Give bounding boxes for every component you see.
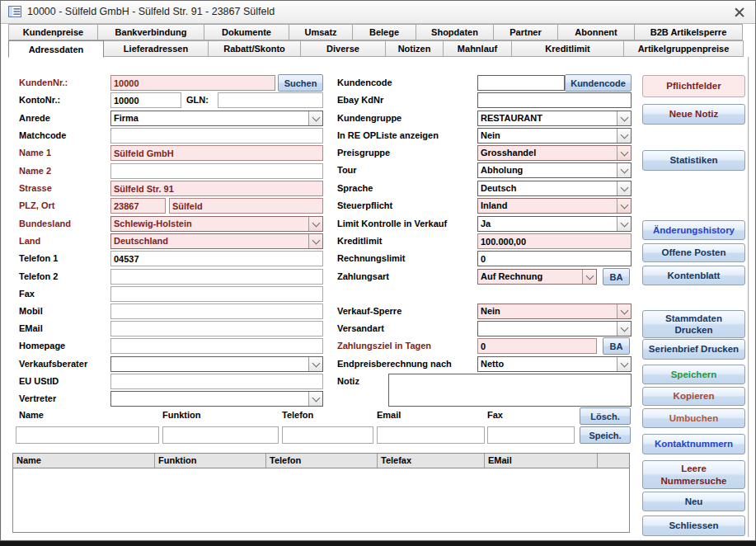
field-kontonr[interactable]	[110, 92, 181, 108]
tab-dokumente[interactable]: Dokumente	[204, 24, 289, 40]
combo-vertreter[interactable]	[110, 391, 323, 407]
tab-kreditlimit[interactable]: Kreditlimit	[511, 40, 624, 57]
combo-verkauf-sperre-value: Nein	[478, 304, 617, 318]
contact-label-fax: Fax	[487, 407, 503, 423]
kontaktnummern-button[interactable]: Kontaktnummern	[642, 434, 745, 454]
chevron-down-icon	[617, 111, 631, 125]
tab-partner[interactable]: Partner	[493, 24, 558, 40]
field-telefon1[interactable]	[110, 251, 323, 266]
statistiken-button[interactable]: Statistiken	[642, 150, 745, 171]
combo-limit-kontrolle[interactable]: Ja	[477, 216, 632, 232]
field-strasse[interactable]	[110, 181, 323, 196]
schliessen-button[interactable]: Schliessen	[642, 515, 745, 536]
combo-sprache[interactable]: Deutsch	[477, 181, 632, 196]
tab-adressdaten[interactable]: Adressdaten	[8, 40, 104, 58]
contact-input-fax[interactable]	[487, 426, 575, 444]
contacts-table-header-funktion[interactable]: Funktion	[155, 454, 266, 468]
combo-verkauf-sperre[interactable]: Nein	[477, 304, 632, 319]
contact-input-telefon[interactable]	[282, 426, 373, 444]
contact-label-telefon: Telefon	[282, 407, 313, 423]
ba-button-zahlungsart[interactable]: BA	[603, 268, 630, 285]
contacts-table-header-name[interactable]: Name	[13, 454, 155, 468]
combo-steuerpflicht[interactable]: Inland	[477, 198, 632, 214]
speich-button[interactable]: Speich.	[580, 426, 631, 444]
field-ort[interactable]	[169, 198, 323, 214]
contact-input-funktion[interactable]	[162, 426, 279, 444]
field-matchcode[interactable]	[110, 128, 323, 144]
neue-notiz-button[interactable]: Neue Notiz	[642, 104, 745, 125]
combo-in-re-opliste[interactable]: Nein	[477, 128, 632, 144]
field-ebay-kdnr[interactable]	[477, 92, 632, 108]
field-email[interactable]	[110, 321, 323, 337]
contact-input-email[interactable]	[377, 426, 485, 444]
field-kundencode[interactable]	[477, 75, 565, 91]
field-zahlungsziel[interactable]	[477, 338, 597, 354]
loesch-button[interactable]: Lösch.	[580, 407, 631, 425]
tab-shopdaten[interactable]: Shopdaten	[416, 24, 494, 40]
tab-notizen[interactable]: Notizen	[385, 40, 444, 57]
label-anrede: Anrede	[19, 111, 50, 126]
tab-diverse[interactable]: Diverse	[300, 40, 386, 57]
tab-bankverbindung[interactable]: Bankverbindung	[97, 24, 204, 40]
combo-land[interactable]: Deutschland	[110, 233, 323, 249]
contacts-table-header-telefax[interactable]: Telefax	[378, 454, 485, 468]
tab-abonnent[interactable]: Abonnent	[557, 24, 635, 40]
field-eu-ustid[interactable]	[110, 374, 323, 389]
combo-verkaufsberater[interactable]	[110, 356, 323, 372]
kopieren-button[interactable]: Kopieren	[642, 387, 745, 406]
field-fax[interactable]	[110, 286, 323, 302]
field-kundennr[interactable]	[110, 75, 275, 91]
field-name1[interactable]	[110, 145, 323, 161]
speichern-button[interactable]: Speichern	[642, 365, 745, 384]
combo-anrede[interactable]: Firma	[110, 111, 323, 126]
ba-button-zahlungsziel[interactable]: BA	[603, 337, 630, 355]
contacts-table-header-blank	[598, 454, 629, 468]
notiz-textarea[interactable]	[388, 374, 632, 407]
contacts-table-header-email[interactable]: EMail	[485, 454, 598, 468]
combo-bundesland[interactable]: Schlewig-Holstein	[110, 216, 323, 232]
tab-rabatt-skonto[interactable]: Rabatt/Skonto	[208, 40, 301, 57]
chevron-down-icon	[617, 357, 631, 371]
tab-mahnlauf[interactable]: Mahnlauf	[443, 40, 512, 57]
contacts-table-header-telefon[interactable]: Telefon	[266, 454, 378, 468]
umbuchen-button[interactable]: Umbuchen	[642, 408, 745, 428]
label-versandart: Versandart	[337, 321, 384, 337]
tab-artikelgruppenpreise[interactable]: Artikelgruppenpreise	[623, 40, 744, 57]
combo-preisgruppe[interactable]: Grosshandel	[477, 145, 632, 161]
neu-button[interactable]: Neu	[642, 492, 745, 511]
aenderungshistory-button[interactable]: Änderungshistory	[642, 220, 745, 240]
tab-umsatz[interactable]: Umsatz	[289, 24, 353, 40]
combo-kundengruppe[interactable]: RESTAURANT	[477, 111, 632, 126]
tab-belege[interactable]: Belege	[352, 24, 416, 40]
label-eu-ustid: EU UStID	[19, 374, 59, 389]
tab-lieferadressen[interactable]: Lieferadressen	[103, 40, 209, 57]
kundencode-button[interactable]: Kundencode	[565, 74, 632, 92]
field-gln[interactable]	[218, 92, 323, 108]
field-mobil[interactable]	[110, 304, 323, 319]
stammdaten-drucken-button[interactable]: Stammdaten Drucken	[642, 310, 745, 338]
field-kreditlimit[interactable]	[477, 233, 632, 249]
field-rechnungslimit[interactable]	[477, 251, 632, 266]
combo-versandart[interactable]	[477, 321, 632, 337]
field-telefon2[interactable]	[110, 269, 323, 285]
chevron-down-icon	[308, 392, 322, 406]
label-ebay-kdnr: Ebay KdNr	[337, 92, 383, 108]
field-plz[interactable]	[110, 198, 166, 214]
leere-nummersuche-button[interactable]: Leere Nummersuche	[642, 460, 745, 489]
field-homepage[interactable]	[110, 338, 323, 354]
combo-tour[interactable]: Abholung	[477, 162, 632, 178]
label-matchcode: Matchcode	[19, 128, 66, 144]
combo-zahlungsart[interactable]: Auf Rechnung	[477, 269, 597, 285]
tab-b2b-artikelsperre[interactable]: B2B Artikelsperre	[634, 24, 743, 40]
kontenblatt-button[interactable]: Kontenblatt	[642, 266, 745, 285]
combo-endpreisberechnung[interactable]: Netto	[477, 356, 632, 372]
suchen-button[interactable]: Suchen	[278, 74, 323, 92]
tab-kundenpreise[interactable]: Kundenpreise	[8, 24, 98, 40]
serienbrief-drucken-button[interactable]: Serienbrief Drucken	[642, 339, 745, 360]
field-name2[interactable]	[110, 163, 323, 179]
contact-input-name[interactable]	[16, 426, 159, 444]
close-icon[interactable]	[735, 7, 744, 17]
contacts-table-header-row: Name Funktion Telefon Telefax EMail	[13, 454, 629, 468]
offene-posten-button[interactable]: Offene Posten	[642, 243, 745, 262]
chevron-down-icon	[617, 217, 631, 231]
